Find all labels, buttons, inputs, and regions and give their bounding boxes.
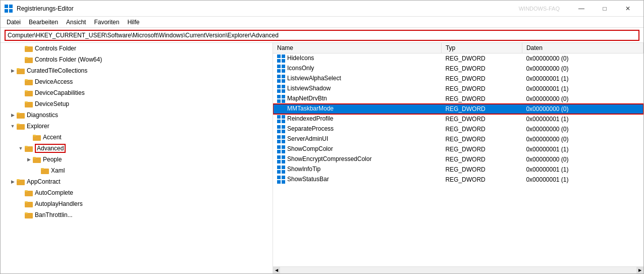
tree-item-controls-folder[interactable]: Controls Folder (1, 43, 273, 54)
tree-label: Accent (43, 134, 62, 141)
svg-rect-46 (282, 75, 285, 78)
app-icon (5, 5, 13, 13)
menu-hilfe[interactable]: Hilfe (123, 18, 143, 27)
scroll-right[interactable]: ▶ (636, 267, 643, 274)
registry-data-cell: 0x00000000 (0) (522, 53, 643, 64)
registry-name-cell: SeparateProcess (273, 124, 441, 134)
menu-favoriten[interactable]: Favoriten (90, 18, 123, 27)
svg-rect-66 (282, 125, 285, 129)
svg-rect-26 (33, 157, 36, 158)
registry-type-cell: REG_DWORD (441, 94, 522, 104)
reg-dword-icon (277, 145, 285, 153)
table-row[interactable]: ShowStatusBarREG_DWORD0x00000001 (1) (273, 175, 643, 185)
tree-item-devicesetup[interactable]: DeviceSetup (1, 98, 273, 109)
values-panel[interactable]: Name Typ Daten HideIconsREG_DWORD0x00000… (273, 43, 643, 266)
svg-rect-76 (282, 150, 285, 153)
svg-rect-81 (277, 166, 281, 169)
address-input[interactable] (5, 30, 639, 41)
table-row[interactable]: SeparateProcessREG_DWORD0x00000000 (0) (273, 124, 643, 134)
expand-icon[interactable]: ▼ (17, 144, 25, 152)
tree-label: DeviceSetup (35, 100, 69, 107)
table-row[interactable]: ReindexedProfileREG_DWORD0x00000001 (1) (273, 114, 643, 124)
menu-bearbeiten[interactable]: Bearbeiten (25, 18, 62, 27)
tree-item-banthrottlin[interactable]: BanThrottlin... (1, 209, 273, 221)
tree-item-appcontract[interactable]: ▶ AppContract (1, 176, 273, 187)
tree-item-deviceaccess[interactable]: DeviceAccess (1, 76, 273, 87)
svg-rect-12 (25, 79, 28, 81)
table-row[interactable]: ListviewShadowREG_DWORD0x00000001 (1) (273, 84, 643, 94)
tree-label: AutoplayHandlers (35, 200, 83, 207)
svg-rect-8 (25, 57, 28, 59)
tree-item-explorer[interactable]: ▼ Explorer (1, 121, 273, 132)
svg-rect-84 (282, 170, 285, 174)
expand-icon[interactable]: ▶ (25, 155, 33, 163)
registry-type-cell: REG_DWORD (441, 165, 522, 175)
svg-rect-40 (282, 59, 285, 63)
expand-icon (17, 200, 25, 208)
svg-rect-78 (282, 155, 285, 159)
registry-name-cell: ServerAdminUI (273, 134, 441, 144)
menu-ansicht[interactable]: Ansicht (62, 18, 90, 27)
tree-label: Explorer (27, 123, 49, 130)
reg-dword-icon (277, 155, 285, 163)
table-row[interactable]: IconsOnlyREG_DWORD0x00000000 (0) (273, 64, 643, 74)
folder-icon (25, 189, 33, 197)
expand-icon[interactable]: ▶ (9, 111, 17, 119)
tree-item-advanced[interactable]: ▼ Advanced (1, 143, 273, 154)
expand-icon[interactable]: ▶ (9, 178, 17, 186)
tree-label: AutoComplete (35, 189, 73, 196)
svg-rect-55 (277, 99, 281, 103)
tree-item-autocomplete[interactable]: AutoComplete (1, 187, 273, 198)
registry-name-cell: ShowStatusBar (273, 175, 441, 185)
tree-panel[interactable]: Controls Folder Controls Folder (Wow64) … (1, 43, 273, 273)
registry-type-cell: REG_DWORD (441, 124, 522, 134)
tree-item-accent[interactable]: Accent (1, 132, 273, 143)
maximize-button[interactable]: □ (593, 1, 616, 17)
tree-item-devicecapabilities[interactable]: DeviceCapabilities (1, 87, 273, 98)
folder-icon (25, 100, 33, 108)
svg-rect-14 (25, 90, 28, 92)
registry-name-cell: HideIcons (273, 53, 441, 64)
scroll-left[interactable]: ◀ (273, 267, 280, 274)
table-row[interactable]: ServerAdminUIREG_DWORD0x00000000 (0) (273, 134, 643, 144)
table-row[interactable]: ShowCompColorREG_DWORD0x00000001 (1) (273, 144, 643, 154)
registry-data-cell: 0x00000000 (0) (522, 154, 643, 165)
horizontal-scrollbar[interactable]: ◀ ▶ (273, 266, 643, 273)
minimize-button[interactable]: — (570, 1, 593, 17)
svg-rect-37 (277, 54, 281, 58)
table-row[interactable]: MapNetDrvBtnREG_DWORD0x00000000 (0) (273, 94, 643, 104)
svg-rect-85 (277, 176, 281, 179)
tree-item-xaml[interactable]: Xaml (1, 165, 273, 176)
svg-rect-45 (277, 75, 281, 78)
address-bar (1, 28, 643, 43)
expand-icon[interactable]: ▶ (9, 67, 17, 75)
table-row[interactable]: ShowEncryptCompressedColorREG_DWORD0x000… (273, 154, 643, 165)
svg-rect-75 (277, 150, 281, 153)
table-row[interactable]: ShowInfoTipREG_DWORD0x00000001 (1) (273, 165, 643, 175)
svg-rect-72 (282, 140, 285, 143)
tree-item-diagnostics[interactable]: ▶ Diagnostics (1, 109, 273, 121)
svg-rect-18 (17, 113, 20, 114)
svg-rect-47 (277, 79, 281, 83)
close-button[interactable]: ✕ (616, 1, 639, 17)
expand-icon[interactable]: ▼ (9, 122, 17, 130)
scroll-track[interactable] (280, 267, 636, 274)
registry-type-cell: REG_DWORD (441, 114, 522, 124)
table-row[interactable]: ListviewAlphaSelectREG_DWORD0x00000001 (… (273, 74, 643, 84)
table-row[interactable]: HideIconsREG_DWORD0x00000000 (0) (273, 53, 643, 64)
registry-name: ServerAdminUI (287, 135, 328, 142)
expand-icon (17, 100, 25, 108)
svg-rect-42 (282, 65, 285, 68)
tree-item-curated[interactable]: ▶ CuratedTileCollections (1, 65, 273, 76)
registry-data-cell: 0x00000001 (1) (522, 114, 643, 124)
reg-dword-icon (277, 176, 285, 184)
svg-rect-48 (282, 79, 285, 83)
registry-name: MMTaskbarMode (287, 105, 334, 112)
menu-datei[interactable]: Datei (3, 18, 25, 27)
tree-item-people[interactable]: ▶ People (1, 154, 273, 165)
tree-item-controls-wow64[interactable]: Controls Folder (Wow64) (1, 54, 273, 65)
registry-name-cell: IconsOnly (273, 64, 441, 74)
table-row[interactable]: MMTaskbarModeREG_DWORD0x00000000 (0) (273, 104, 643, 114)
registry-values-table: Name Typ Daten HideIconsREG_DWORD0x00000… (273, 43, 643, 185)
tree-item-autoplay[interactable]: AutoplayHandlers (1, 198, 273, 209)
